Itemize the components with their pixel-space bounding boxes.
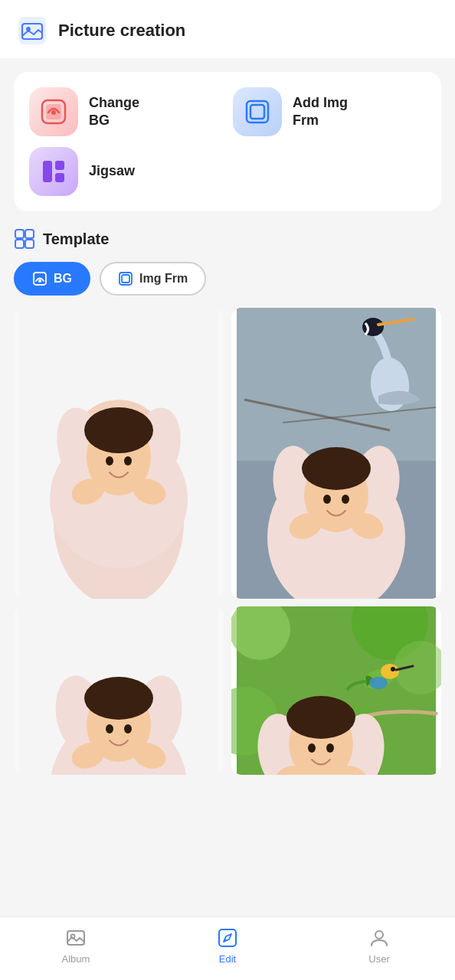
svg-rect-80	[219, 929, 236, 946]
filter-tab-imgfrm-label: Img Frm	[139, 272, 188, 286]
svg-point-5	[51, 110, 56, 115]
imgfrm-tab-icon	[118, 271, 133, 286]
svg-point-82	[375, 931, 383, 939]
svg-point-16	[38, 279, 41, 283]
album-icon	[64, 926, 87, 949]
svg-rect-8	[43, 161, 52, 182]
change-bg-button[interactable]: ChangeBG	[29, 87, 222, 136]
change-bg-icon-wrap	[29, 87, 78, 136]
svg-point-57	[124, 724, 132, 733]
template-grid	[14, 308, 441, 775]
svg-point-73	[286, 696, 355, 739]
user-icon	[368, 926, 391, 949]
template-image-1	[14, 308, 224, 599]
template-item-4[interactable]	[231, 606, 441, 775]
bg-tab-icon	[32, 271, 47, 286]
add-img-frm-button[interactable]: Add ImgFrm	[233, 87, 426, 136]
svg-point-46	[323, 495, 331, 504]
template-title: Template	[43, 230, 109, 248]
filter-tab-bg-label: BG	[54, 272, 72, 286]
nav-user[interactable]: User	[303, 926, 455, 965]
user-label: User	[368, 953, 389, 965]
template-icon	[14, 228, 35, 250]
svg-point-65	[381, 664, 399, 679]
edit-icon	[216, 926, 239, 949]
page-title: Picture creation	[58, 21, 185, 41]
template-header: Template	[14, 228, 441, 250]
app-header: Picture creation	[0, 0, 455, 58]
feature-card-section: ChangeBG Add ImgFrm	[14, 72, 441, 211]
add-img-frm-label: Add ImgFrm	[293, 94, 348, 130]
nav-edit[interactable]: Edit	[152, 926, 303, 965]
svg-point-77	[326, 743, 334, 753]
template-section: Template BG Img Frm	[14, 228, 441, 775]
svg-rect-10	[55, 173, 64, 182]
svg-point-67	[391, 667, 395, 671]
svg-point-30	[124, 456, 132, 466]
svg-point-43	[302, 447, 371, 490]
add-img-frm-icon-wrap	[233, 87, 282, 136]
svg-point-68	[369, 677, 388, 689]
jigsaw-label: Jigsaw	[89, 162, 135, 180]
template-item-1[interactable]	[14, 308, 224, 599]
template-item-3[interactable]	[14, 606, 224, 775]
svg-point-47	[342, 495, 349, 504]
svg-point-29	[106, 456, 113, 466]
svg-rect-14	[25, 240, 34, 248]
bottom-nav: Album Edit User	[0, 916, 455, 980]
nav-album[interactable]: Album	[0, 926, 152, 965]
jigsaw-button[interactable]: Jigsaw	[29, 147, 426, 196]
svg-rect-12	[25, 230, 34, 238]
filter-tabs: BG Img Frm	[14, 262, 441, 296]
jigsaw-icon-wrap	[29, 147, 78, 196]
template-image-4	[231, 606, 441, 775]
svg-rect-7	[250, 105, 264, 119]
svg-rect-11	[15, 230, 24, 238]
template-image-3	[14, 606, 224, 775]
filter-tab-imgfrm[interactable]: Img Frm	[100, 262, 206, 296]
filter-tab-bg[interactable]: BG	[14, 262, 90, 296]
app-header-icon	[15, 14, 49, 47]
template-image-2	[231, 308, 441, 599]
svg-point-76	[308, 743, 316, 753]
svg-rect-18	[122, 275, 129, 283]
svg-point-56	[106, 724, 113, 733]
svg-point-53	[84, 677, 153, 720]
template-item-2[interactable]	[231, 308, 441, 599]
svg-rect-78	[67, 931, 84, 945]
svg-point-26	[84, 407, 153, 453]
edit-label: Edit	[219, 953, 236, 965]
svg-rect-13	[15, 240, 24, 248]
svg-rect-9	[55, 161, 64, 170]
change-bg-label: ChangeBG	[89, 94, 139, 130]
album-label: Album	[62, 953, 90, 965]
